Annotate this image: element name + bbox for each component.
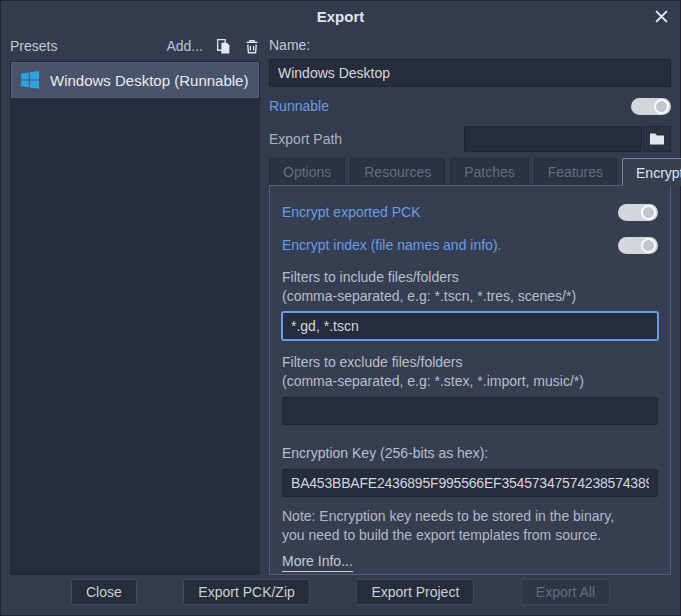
- encrypt-pck-toggle[interactable]: [618, 204, 658, 221]
- exclude-filters-input[interactable]: [282, 397, 658, 425]
- tab-encryption[interactable]: Encryption: [622, 158, 681, 186]
- export-tabbar: Options Resources Patches Features Encry…: [269, 157, 671, 185]
- encrypt-index-row: Encrypt index (file names and info).: [282, 233, 658, 257]
- include-filters-input[interactable]: [282, 312, 658, 340]
- tab-options[interactable]: Options: [269, 158, 345, 185]
- name-label: Name:: [269, 37, 310, 53]
- runnable-toggle[interactable]: [631, 98, 671, 115]
- export-pck-zip-button[interactable]: Export PCK/Zip: [183, 579, 309, 605]
- tab-resources[interactable]: Resources: [350, 158, 445, 185]
- note-line-1: Note: Encryption key needs to be stored …: [282, 507, 658, 526]
- presets-header: Presets Add...: [10, 31, 260, 61]
- exclude-filters-label: Filters to exclude files/folders: [282, 354, 658, 370]
- export-path-input[interactable]: [464, 126, 642, 152]
- export-path-row: Export Path: [269, 125, 671, 153]
- browse-folder-button[interactable]: [643, 126, 671, 152]
- runnable-row: Runnable: [269, 95, 671, 117]
- duplicate-preset-icon[interactable]: [215, 38, 232, 55]
- close-icon[interactable]: [653, 8, 669, 24]
- folder-icon: [649, 132, 665, 146]
- export-settings-section: Name: Runnable Export Path Options Resou: [269, 31, 671, 575]
- titlebar: Export: [1, 1, 680, 31]
- export-path-label: Export Path: [269, 131, 464, 147]
- encrypt-pck-row: Encrypt exported PCK: [282, 200, 658, 224]
- include-filters-hint: (comma-separated, e.g: *.tscn, *.tres, s…: [282, 288, 658, 304]
- presets-label: Presets: [10, 38, 57, 54]
- note-line-2: you need to build the export templates f…: [282, 526, 658, 545]
- preset-list: Windows Desktop (Runnable): [10, 61, 260, 575]
- name-label-row: Name:: [269, 31, 671, 59]
- encryption-key-label: Encryption Key (256-bits as hex):: [282, 445, 658, 461]
- dialog-title: Export: [317, 8, 365, 25]
- dialog-body: Presets Add...: [1, 31, 680, 575]
- encryption-note: Note: Encryption key needs to be stored …: [282, 507, 658, 545]
- footer-bar: Close Export PCK/Zip Export Project Expo…: [1, 575, 680, 615]
- encryption-tab-panel: Encrypt exported PCK Encrypt index (file…: [269, 185, 671, 575]
- name-input[interactable]: [269, 59, 671, 87]
- encrypt-index-toggle[interactable]: [618, 237, 658, 254]
- more-info-link[interactable]: More Info...: [282, 553, 353, 572]
- presets-section: Presets Add...: [10, 31, 260, 575]
- export-all-button[interactable]: Export All: [521, 579, 610, 605]
- windows-logo-icon: [18, 68, 42, 92]
- include-filters-label: Filters to include files/folders: [282, 269, 658, 285]
- export-project-button[interactable]: Export Project: [356, 579, 474, 605]
- delete-preset-icon[interactable]: [244, 38, 260, 55]
- preset-item-windows-desktop[interactable]: Windows Desktop (Runnable): [11, 62, 259, 98]
- export-dialog: Export Presets Add...: [0, 0, 681, 616]
- exclude-filters-hint: (comma-separated, e.g: *.stex, *.import,…: [282, 373, 658, 389]
- tab-patches[interactable]: Patches: [450, 158, 529, 185]
- tab-features[interactable]: Features: [534, 158, 617, 185]
- encrypt-index-label: Encrypt index (file names and info).: [282, 237, 501, 253]
- add-preset-button[interactable]: Add...: [166, 38, 203, 54]
- close-button[interactable]: Close: [71, 579, 137, 605]
- runnable-label: Runnable: [269, 98, 329, 114]
- encryption-key-input[interactable]: [282, 469, 658, 497]
- encrypt-pck-label: Encrypt exported PCK: [282, 204, 421, 220]
- preset-item-label: Windows Desktop (Runnable): [50, 72, 248, 89]
